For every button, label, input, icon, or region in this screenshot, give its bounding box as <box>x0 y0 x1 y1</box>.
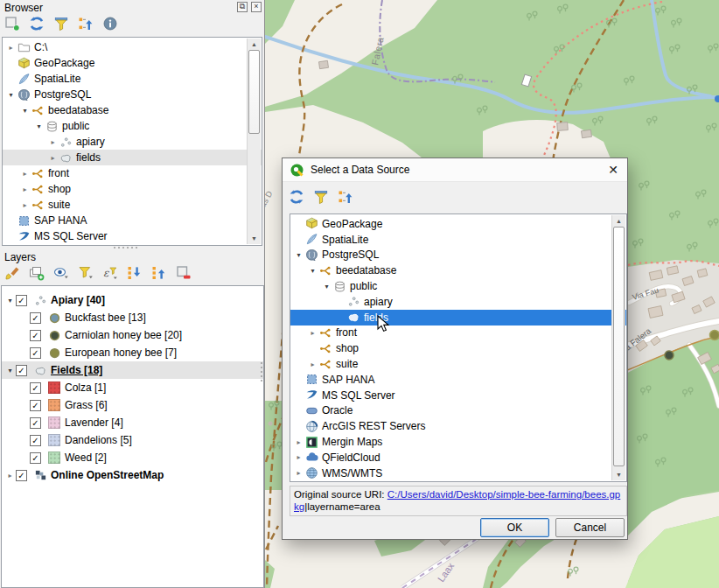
cancel-button[interactable]: Cancel <box>555 518 625 537</box>
visibility-checkbox[interactable]: ✓ <box>30 347 41 359</box>
tree-item-apiary[interactable]: ▸apiary <box>3 134 262 150</box>
styling-button[interactable] <box>3 265 21 283</box>
dialog-scrollbar[interactable]: ▲ ▼ <box>611 215 625 480</box>
tree-item-beedatabase[interactable]: ▾beedatabase <box>3 102 262 118</box>
tree-item-postgresql[interactable]: ▾PostgreSQL <box>3 87 262 102</box>
tree-item-beedatabase[interactable]: ▾beedatabase <box>290 262 626 278</box>
tree-item-front[interactable]: ▸front <box>290 326 626 341</box>
tree-item-weed-2[interactable]: ✓Weed [2] <box>2 449 263 466</box>
info-button[interactable] <box>101 16 119 33</box>
tree-item-mergin-maps[interactable]: ▸Mergin Maps <box>290 434 626 450</box>
tree-item-arcgis-rest-servers[interactable]: ArcGIS REST Servers <box>290 418 626 434</box>
float-panel-icon[interactable]: ⧉ <box>237 2 248 12</box>
filter-legend-button[interactable] <box>77 265 94 283</box>
chevron-right-icon[interactable]: ▸ <box>19 201 31 209</box>
tree-item-postgresql[interactable]: ▾PostgreSQL <box>290 248 626 263</box>
close-icon[interactable]: ✕ <box>599 158 627 181</box>
add-group-button[interactable] <box>28 265 45 283</box>
tree-item-fields-18[interactable]: ▾✓Fields [18] <box>2 361 263 379</box>
tree-item-shop[interactable]: ▸shop <box>3 181 262 197</box>
chevron-right-icon[interactable]: ▸ <box>19 186 31 193</box>
tree-item-sap-hana[interactable]: SAP HANA <box>290 372 626 388</box>
chevron-right-icon[interactable]: ▸ <box>5 44 17 52</box>
tree-item-wms-wmts[interactable]: ▸WMS/WMTS <box>290 466 626 481</box>
tree-item-european-honey-bee-7[interactable]: ✓European honey bee [7] <box>2 344 263 361</box>
tree-item-fields[interactable]: fields <box>290 310 626 326</box>
visibility-checkbox[interactable]: ✓ <box>30 435 41 446</box>
visibility-checkbox[interactable]: ✓ <box>30 312 41 324</box>
panel-splitter[interactable] <box>114 247 137 248</box>
visibility-checkbox[interactable]: ✓ <box>30 417 41 429</box>
tree-item-oracle[interactable]: Oracle <box>290 403 626 419</box>
chevron-down-icon[interactable]: ▾ <box>321 283 332 290</box>
tree-item-apiary-40[interactable]: ▾✓Apiary [40] <box>2 291 263 309</box>
chevron-right-icon[interactable]: ▸ <box>293 469 304 477</box>
tree-item-public[interactable]: ▾public <box>290 278 626 294</box>
tree-item-colza-1[interactable]: ✓Colza [1] <box>2 379 263 396</box>
chevron-right-icon[interactable]: ▸ <box>307 329 318 337</box>
tree-item-lavender-4[interactable]: ✓Lavender [4] <box>2 414 263 431</box>
chevron-down-icon[interactable]: ▾ <box>293 251 304 259</box>
chevron-right-icon[interactable]: ▸ <box>47 154 59 162</box>
dock-map-splitter[interactable] <box>261 362 262 382</box>
chevron-right-icon[interactable]: ▸ <box>293 453 304 461</box>
chevron-down-icon[interactable]: ▾ <box>4 297 16 304</box>
chevron-down-icon[interactable]: ▾ <box>33 122 45 130</box>
tree-item-sap-hana[interactable]: SAP HANA <box>3 213 262 228</box>
remove-layer-button[interactable] <box>175 265 192 283</box>
chevron-right-icon[interactable]: ▸ <box>4 472 16 480</box>
tree-item-dandelions-5[interactable]: ✓Dandelions [5] <box>2 431 263 449</box>
chevron-right-icon[interactable]: ▸ <box>47 138 59 146</box>
tree-item-geopackage[interactable]: GeoPackage <box>3 55 262 71</box>
chevron-down-icon[interactable]: ▾ <box>5 91 17 99</box>
tree-item-public[interactable]: ▾public <box>3 118 262 134</box>
scroll-down-icon[interactable]: ▼ <box>612 469 625 480</box>
tree-item-geopackage[interactable]: GeoPackage <box>290 216 626 232</box>
filter-button[interactable] <box>312 189 330 206</box>
tree-item-ms-sql-server[interactable]: MS SQL Server <box>3 228 262 244</box>
chevron-right-icon[interactable]: ▸ <box>307 360 318 368</box>
filter-expression-button[interactable]: ε <box>101 265 119 283</box>
visibility-checkbox[interactable]: ✓ <box>16 365 27 376</box>
collapse-tree-button[interactable] <box>77 16 94 33</box>
tree-item-grass-6[interactable]: ✓Grass [6] <box>2 396 263 414</box>
tree-item-front[interactable]: ▸front <box>3 165 262 181</box>
visibility-checkbox[interactable]: ✓ <box>30 330 41 341</box>
chevron-down-icon[interactable]: ▾ <box>307 267 318 275</box>
browser-scrollbar[interactable]: ▲ ▼ <box>247 38 261 244</box>
expand-all-button[interactable] <box>126 265 143 283</box>
tree-item-carniolan-honey-bee-20[interactable]: ✓Carniolan honey bee [20] <box>2 326 263 344</box>
tree-item-qfieldcloud[interactable]: ▸QFieldCloud <box>290 450 626 466</box>
chevron-right-icon[interactable]: ▸ <box>19 170 31 178</box>
tree-item-buckfast-bee-13[interactable]: ✓Buckfast bee [13] <box>2 309 263 326</box>
tree-item-apiary[interactable]: apiary <box>290 294 626 310</box>
themes-button[interactable] <box>52 265 70 283</box>
chevron-right-icon[interactable]: ▸ <box>293 438 304 446</box>
tree-item-shop[interactable]: shop <box>290 340 626 356</box>
chevron-down-icon[interactable]: ▾ <box>19 107 31 115</box>
tree-item-spatialite[interactable]: SpatiaLite <box>3 71 262 87</box>
tree-item-ms-sql-server[interactable]: MS SQL Server <box>290 388 626 403</box>
tree-item-c[interactable]: ▸C:\ <box>3 39 262 55</box>
ok-button[interactable]: OK <box>480 518 549 537</box>
visibility-checkbox[interactable]: ✓ <box>16 470 27 481</box>
dialog-titlebar[interactable]: Select a Data Source ✕ <box>283 158 627 182</box>
filter-button[interactable] <box>52 16 70 33</box>
collapse-tree-button[interactable] <box>337 189 354 206</box>
tree-item-fields[interactable]: ▸fields <box>3 150 262 165</box>
tree-item-suite[interactable]: ▸suite <box>3 197 262 213</box>
add-layer-button[interactable] <box>3 16 21 33</box>
tree-item-online-openstreetmap[interactable]: ▸✓Online OpenStreetMap <box>2 466 263 484</box>
scrollbar-thumb[interactable] <box>248 50 260 134</box>
scroll-down-icon[interactable]: ▼ <box>248 233 261 244</box>
scroll-up-icon[interactable]: ▲ <box>248 38 261 50</box>
close-panel-icon[interactable]: × <box>251 2 262 12</box>
refresh-button[interactable] <box>28 16 45 33</box>
chevron-down-icon[interactable]: ▾ <box>4 367 16 374</box>
visibility-checkbox[interactable]: ✓ <box>16 295 27 306</box>
scrollbar-thumb[interactable] <box>613 227 625 466</box>
refresh-button[interactable] <box>288 189 305 206</box>
visibility-checkbox[interactable]: ✓ <box>30 382 41 394</box>
collapse-all-button[interactable] <box>150 265 168 283</box>
tree-item-spatialite[interactable]: SpatiaLite <box>290 232 626 248</box>
